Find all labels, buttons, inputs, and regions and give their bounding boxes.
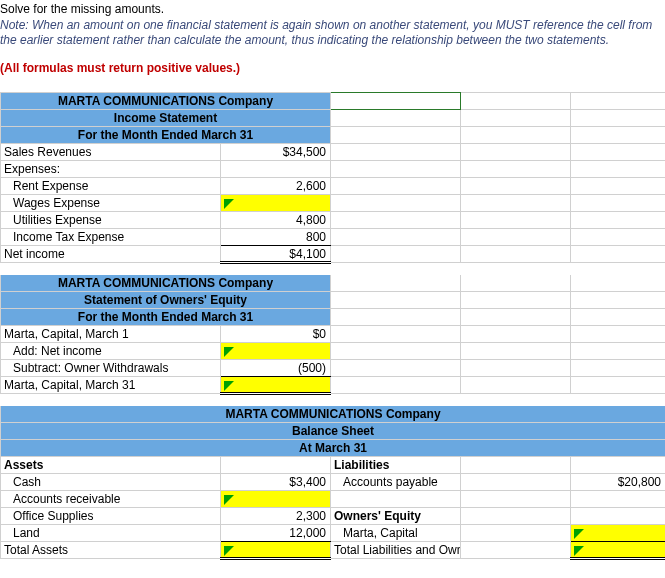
land-label[interactable]: Land xyxy=(1,525,221,542)
ap-val[interactable]: $20,800 xyxy=(571,474,665,491)
cap-begin-val[interactable]: $0 xyxy=(221,326,331,343)
instruction-note: Note: When an amount on one financial st… xyxy=(0,18,665,49)
net-label[interactable]: Net income xyxy=(1,246,221,263)
marta-cap-label[interactable]: Marta, Capital xyxy=(331,525,461,542)
instructions-block: Solve for the missing amounts. Note: Whe… xyxy=(0,0,665,92)
balance-title3: At March 31 xyxy=(1,440,666,457)
rent-val[interactable]: 2,600 xyxy=(221,178,331,195)
add-net-missing[interactable] xyxy=(221,343,331,360)
income-title2: Income Statement xyxy=(1,110,331,127)
cash-val[interactable]: $3,400 xyxy=(221,474,331,491)
equity-title1: MARTA COMMUNICATIONS Company xyxy=(1,275,331,292)
ar-missing[interactable] xyxy=(221,491,331,508)
marta-cap-missing[interactable] xyxy=(571,525,665,542)
ap-label[interactable]: Accounts payable xyxy=(331,474,461,491)
supplies-val[interactable]: 2,300 xyxy=(221,508,331,525)
marker-icon xyxy=(224,378,234,392)
instruction-warning: (All formulas must return positive value… xyxy=(0,61,665,77)
marker-icon xyxy=(224,543,234,557)
total-assets-missing[interactable] xyxy=(221,542,331,559)
tax-label[interactable]: Income Tax Expense xyxy=(1,229,221,246)
marker-icon xyxy=(224,344,234,358)
assets-hdr[interactable]: Assets xyxy=(1,457,221,474)
equity-title2: Statement of Owners' Equity xyxy=(1,292,331,309)
marker-icon xyxy=(574,526,584,540)
total-le-missing[interactable] xyxy=(571,542,665,559)
util-val[interactable]: 4,800 xyxy=(221,212,331,229)
tax-val[interactable]: 800 xyxy=(221,229,331,246)
liab-hdr[interactable]: Liabilities xyxy=(331,457,461,474)
cap-begin-label[interactable]: Marta, Capital, March 1 xyxy=(1,326,221,343)
sales-rev-label[interactable]: Sales Revenues xyxy=(1,144,221,161)
withdraw-label[interactable]: Subtract: Owner Withdrawals xyxy=(1,360,221,377)
cap-end-label[interactable]: Marta, Capital, March 31 xyxy=(1,377,221,394)
add-net-label[interactable]: Add: Net income xyxy=(1,343,221,360)
marker-icon xyxy=(224,196,234,210)
balance-title2: Balance Sheet xyxy=(1,423,666,440)
income-title3: For the Month Ended March 31 xyxy=(1,127,331,144)
total-le-label[interactable]: Total Liabilities and Owners' Equity xyxy=(331,542,461,559)
instruction-line1: Solve for the missing amounts. xyxy=(0,2,665,18)
marker-icon xyxy=(224,492,234,506)
marker-icon xyxy=(574,543,584,557)
sales-rev-val[interactable]: $34,500 xyxy=(221,144,331,161)
wages-missing[interactable] xyxy=(221,195,331,212)
util-label[interactable]: Utilities Expense xyxy=(1,212,221,229)
cash-label[interactable]: Cash xyxy=(1,474,221,491)
spreadsheet-grid[interactable]: MARTA COMMUNICATIONS Company Income Stat… xyxy=(0,92,665,560)
ar-label[interactable]: Accounts receivable xyxy=(1,491,221,508)
supplies-label[interactable]: Office Supplies xyxy=(1,508,221,525)
income-title1: MARTA COMMUNICATIONS Company xyxy=(1,93,331,110)
total-assets-label[interactable]: Total Assets xyxy=(1,542,221,559)
expenses-label[interactable]: Expenses: xyxy=(1,161,221,178)
withdraw-val[interactable]: (500) xyxy=(221,360,331,377)
net-val[interactable]: $4,100 xyxy=(221,246,331,263)
wages-label[interactable]: Wages Expense xyxy=(1,195,221,212)
oe-hdr[interactable]: Owners' Equity xyxy=(331,508,461,525)
balance-title1: MARTA COMMUNICATIONS Company xyxy=(1,406,666,423)
rent-label[interactable]: Rent Expense xyxy=(1,178,221,195)
land-val[interactable]: 12,000 xyxy=(221,525,331,542)
equity-title3: For the Month Ended March 31 xyxy=(1,309,331,326)
cap-end-missing[interactable] xyxy=(221,377,331,394)
selected-cell[interactable] xyxy=(331,93,461,110)
